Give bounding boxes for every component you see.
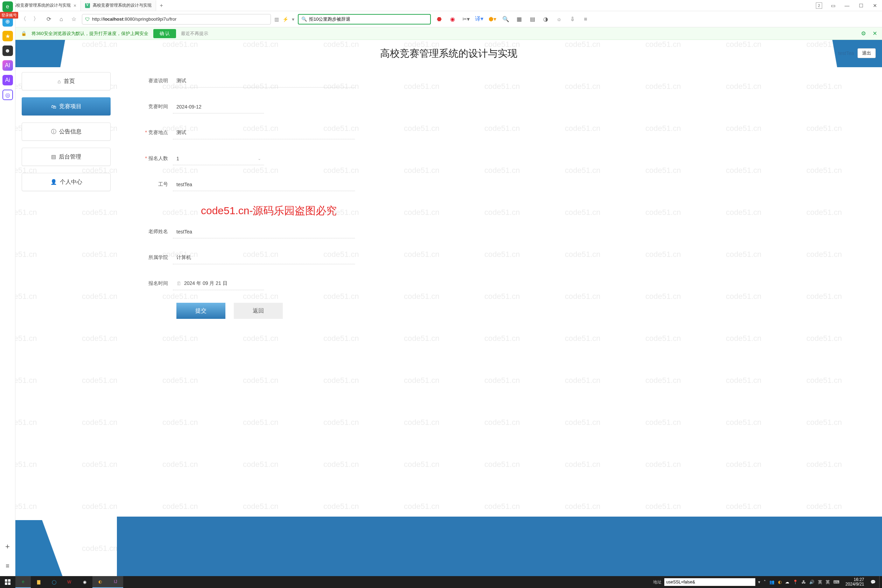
tab-count-badge[interactable]: 2 — [812, 0, 826, 11]
app-title: 高校竞赛管理系统的设计与实现 — [380, 47, 517, 60]
side-menu-icon[interactable]: ≡ — [6, 562, 9, 576]
menu-notice[interactable]: ⓘ 公告信息 — [22, 123, 111, 141]
menu-contest[interactable]: 🛍 竞赛项目 — [22, 97, 111, 116]
field-jobno[interactable]: testTea — [173, 178, 355, 191]
banner-text: 将360安全浏览器设为默认，提升打开速度，保护上网安全 — [32, 30, 148, 37]
field-teacher[interactable]: testTea — [173, 225, 355, 238]
search-box[interactable]: 🔍 — [298, 14, 431, 24]
header-deco-left — [15, 40, 120, 67]
ext-weibo-icon[interactable]: ◉ — [448, 14, 458, 24]
task-idea-icon[interactable]: IJ — [108, 576, 123, 588]
login-badge[interactable]: 登录账号 — [0, 12, 18, 18]
taskbar-addr-label: 地址 — [653, 579, 662, 585]
flash-icon[interactable]: ⚡ — [282, 16, 288, 22]
ext-search-icon[interactable]: 🔍 — [501, 14, 511, 24]
tray-keyboard-icon[interactable]: ⌨ — [833, 580, 839, 585]
nav-back-icon[interactable]: 〈 — [19, 15, 28, 24]
menu-admin[interactable]: ▤ 后台管理 — [22, 148, 111, 166]
field-time[interactable]: 2024-09-12 — [173, 100, 264, 113]
start-button[interactable] — [0, 576, 15, 588]
ext-download-icon[interactable]: ⇩ — [567, 14, 577, 24]
nav-home-icon[interactable]: ⌂ — [57, 15, 66, 24]
nav-star-icon[interactable]: ☆ — [69, 15, 78, 24]
task-360-icon[interactable]: e — [15, 576, 31, 588]
side-bot-icon[interactable]: ☻ — [3, 45, 13, 56]
tray-ime1[interactable]: 英 — [818, 579, 822, 585]
banner-confirm-button[interactable]: 确 认 — [153, 29, 176, 38]
tray-volume-icon[interactable]: 🔊 — [809, 580, 814, 585]
home-icon: ⌂ — [57, 78, 60, 84]
app-header: 高校竞赛管理系统的设计与实现 testTea 退出 — [15, 40, 882, 67]
tray-notifications-icon[interactable]: 💬 — [870, 580, 876, 585]
dashboard-icon: ▤ — [51, 154, 56, 160]
task-app-icon[interactable]: ◐ — [92, 576, 108, 588]
ext-shield-icon[interactable]: ⬢▾ — [488, 14, 497, 24]
qr-icon[interactable]: ▥ — [274, 16, 279, 22]
side-ring-icon[interactable]: ◎ — [3, 90, 13, 100]
field-track-desc[interactable]: 测试 — [173, 74, 355, 87]
tray-pin-icon[interactable]: 📍 — [793, 580, 798, 585]
svg-rect-0 — [5, 579, 8, 582]
tray-cloud-icon[interactable]: ☁ — [785, 580, 789, 585]
side-add-button[interactable]: + — [5, 542, 10, 558]
new-tab-button[interactable]: + — [156, 3, 166, 9]
task-edge-icon[interactable]: ◯ — [46, 576, 62, 588]
tab-close-icon[interactable]: × — [74, 3, 76, 8]
field-apply-time[interactable]: 🗓 2024 年 09 月 21 日 — [173, 277, 264, 290]
browser-logo-icon[interactable]: e — [3, 2, 13, 12]
ext-grid-icon[interactable]: ▤ — [528, 14, 537, 24]
label-track-desc: 赛道说明 — [131, 78, 173, 84]
window-close-icon[interactable]: ✕ — [868, 0, 882, 11]
tray-ime2[interactable]: 英 — [826, 579, 830, 585]
bag-icon: 🛍 — [51, 104, 56, 110]
side-ai-icon[interactable]: AI — [3, 60, 13, 71]
url-box[interactable]: 🛡 http://localhost:8080/springboot9pi7u/… — [82, 14, 271, 24]
ext-translate-icon[interactable]: 译▾ — [474, 14, 484, 24]
window-pip-icon[interactable]: ▭ — [826, 0, 840, 11]
ext-theme-icon[interactable]: ☼ — [554, 14, 564, 24]
tray-up-icon[interactable]: ˄ — [764, 580, 766, 585]
browser-menu-icon[interactable]: ≡ — [580, 14, 591, 24]
tray-orange-icon[interactable]: ◐ — [778, 580, 782, 585]
nav-forward-icon[interactable]: 〉 — [32, 15, 40, 24]
menu-contest-label: 竞赛项目 — [59, 103, 81, 110]
show-desktop-button[interactable] — [879, 576, 882, 588]
banner-gear-icon[interactable]: ⚙ — [861, 30, 866, 37]
field-college[interactable]: 计算机 — [173, 251, 355, 264]
task-explorer-icon[interactable]: ▇ — [31, 576, 46, 588]
taskbar-addr-input[interactable] — [664, 578, 755, 586]
banner-later-button[interactable]: 最近不再提示 — [181, 30, 208, 37]
side-ai2-icon[interactable]: Ai — [3, 75, 13, 86]
url-dropdown-icon[interactable]: ▾ — [292, 16, 294, 22]
search-icon: 🔍 — [302, 16, 307, 22]
submit-button[interactable]: 提交 — [176, 303, 225, 319]
svg-rect-2 — [5, 582, 8, 585]
tray-clock[interactable]: 16:27 2024/9/21 — [843, 578, 867, 586]
app-viewport: code51.cncode51.cncode51.cncode51.cncode… — [15, 40, 882, 576]
window-minimize-icon[interactable]: — — [840, 0, 854, 11]
menu-personal[interactable]: 👤 个人中心 — [22, 173, 111, 191]
url-text: http://localhost:8080/springboot9pi7u/fr… — [92, 16, 176, 22]
menu-home[interactable]: ⌂ 首页 — [22, 72, 111, 90]
tray-network-icon[interactable]: 🖧 — [801, 580, 806, 585]
browser-tab-1-title: 高校竞赛管理系统的设计与实现 — [12, 3, 71, 8]
banner-close-icon[interactable]: ✕ — [873, 30, 877, 37]
field-place[interactable]: 测试 — [173, 126, 355, 139]
back-button[interactable]: 返回 — [234, 303, 283, 319]
tray-people-icon[interactable]: 👥 — [769, 580, 774, 585]
side-favorites-icon[interactable]: ★ — [3, 31, 13, 41]
ext-scissors-icon[interactable]: ✂▾ — [461, 14, 471, 24]
task-chrome-icon[interactable]: ◉ — [77, 576, 92, 588]
ext-puzzle-icon[interactable]: ▦ — [514, 14, 524, 24]
window-maximize-icon[interactable]: ☐ — [854, 0, 868, 11]
lock-icon: 🔒 — [21, 31, 27, 36]
select-quota[interactable]: 1 ⌄ — [173, 152, 264, 165]
ext-fire-icon[interactable]: ⬣ — [434, 14, 444, 24]
vue-favicon-icon — [85, 3, 90, 8]
nav-reload-icon[interactable]: ⟳ — [44, 15, 53, 24]
browser-tab-2[interactable]: 高校竞赛管理系统的设计与实现 — [81, 0, 156, 11]
ext-color-icon[interactable]: ◑ — [541, 14, 550, 24]
task-wps-icon[interactable]: W — [62, 576, 77, 588]
search-input[interactable] — [309, 16, 428, 22]
logout-button[interactable]: 退出 — [858, 48, 876, 58]
